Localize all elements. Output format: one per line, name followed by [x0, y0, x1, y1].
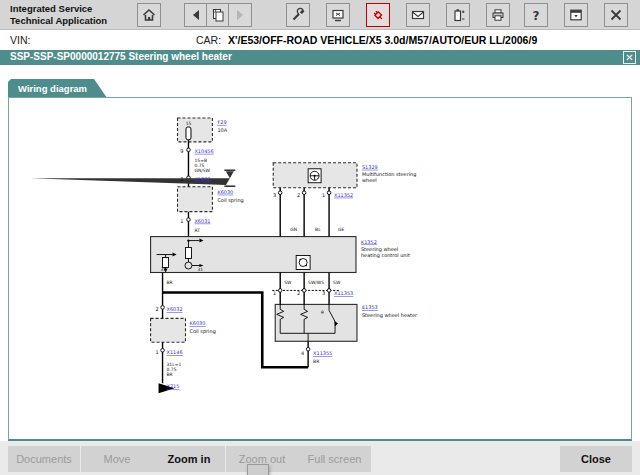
documents-footer-button[interactable]: Documents	[8, 446, 80, 472]
tester-icon	[330, 7, 346, 23]
diagram-label: SW	[284, 280, 292, 285]
diagram-label: BR	[167, 280, 173, 285]
diagram-label: 31	[197, 267, 203, 272]
diagram-label: 3	[322, 290, 325, 296]
diagram-link-x6031[interactable]: X6031	[194, 218, 210, 224]
fuse-symbol	[186, 127, 191, 142]
close-button[interactable]: Close	[560, 446, 632, 472]
diagram-label: 2	[297, 290, 300, 296]
documents-icon	[210, 7, 226, 23]
close-icon	[608, 7, 624, 23]
diagram-label: 15	[186, 121, 192, 126]
diagram-label: 1	[322, 192, 325, 198]
forward-button[interactable]	[228, 3, 252, 27]
diagram-label: RT	[194, 228, 200, 233]
diagram-label: BR	[313, 359, 319, 364]
diagram-label: 1	[273, 290, 276, 296]
diagram-link-x1882[interactable]: X1882	[194, 176, 210, 182]
help-button[interactable]: ?	[524, 3, 548, 27]
print-icon	[490, 7, 506, 23]
diagram-label: SW	[333, 280, 341, 285]
document-title: SSP-SSP-SP0000012775 Steering wheel heat…	[10, 51, 232, 62]
mail-icon	[410, 7, 426, 23]
document-titlebar: SSP-SSP-SP0000012775 Steering wheel heat…	[0, 50, 640, 65]
coil-spring-upper-box[interactable]	[178, 187, 213, 212]
diagram-label: Steering wheel heater	[362, 312, 418, 319]
diagram-link-x10456[interactable]: X10456	[194, 148, 213, 154]
mail-button[interactable]	[406, 3, 430, 27]
diagram-label: 3	[273, 192, 276, 198]
app-title: Integrated Service Technical Application	[10, 3, 107, 27]
forward-icon	[232, 7, 248, 23]
diagram-link-k6030[interactable]: K6030	[217, 189, 233, 195]
diagram-link-x6032[interactable]: X6032	[167, 306, 183, 312]
back-icon	[188, 7, 204, 23]
titlebar: Integrated Service Technical Application	[0, 0, 640, 30]
diagram-label: 2	[180, 176, 183, 182]
diagram-link-x1146[interactable]: X1146	[167, 349, 183, 355]
diagram-label: GN/SW	[194, 168, 210, 173]
back-button[interactable]	[184, 3, 208, 27]
fuse-box[interactable]	[178, 118, 213, 142]
print-button[interactable]	[486, 3, 510, 27]
diagram-link-s1329[interactable]: S1329	[362, 164, 378, 170]
tester-button[interactable]	[326, 3, 350, 27]
spacer	[0, 65, 640, 78]
diagram-label: 10A	[217, 127, 227, 133]
diagram-link-x11353[interactable]: X11353	[334, 290, 353, 296]
diagram-label: 1	[155, 349, 158, 355]
diagram-link-x11352[interactable]: X11352	[334, 192, 353, 198]
diagram-label: 1	[180, 218, 183, 224]
car-label: CAR:	[196, 34, 221, 46]
heater-box[interactable]	[275, 304, 357, 341]
minimize-button[interactable]	[564, 3, 588, 27]
diagram-label: 2	[155, 306, 158, 312]
battery-button[interactable]	[446, 3, 470, 27]
diagram-label: GE	[338, 227, 344, 232]
connector-icon	[370, 7, 386, 23]
tab-wiring-diagram[interactable]: Wiring diagram	[8, 79, 107, 98]
diagram-label: Coil spring	[189, 328, 215, 335]
diagram-label: 9	[180, 148, 183, 154]
diagram-label: 31	[161, 267, 167, 272]
control-unit-box[interactable]	[151, 237, 356, 273]
diagram-link-k1352[interactable]: K1352	[361, 239, 377, 245]
diagram-link-k6030[interactable]: K6030	[189, 320, 205, 326]
diagram-label: 4	[301, 350, 304, 356]
vehicle-bar: VIN: CAR: X'/E53/OFF-ROAD VEHICLE/X5 3.0…	[0, 30, 640, 50]
zoom-in-button[interactable]: Zoom in	[153, 446, 225, 472]
connector-button[interactable]	[366, 3, 390, 27]
documents-button[interactable]	[206, 3, 230, 27]
wiring-diagram-panel: 15F2910A9X1045615=B0.75GN/SW2X1882K6030C…	[8, 97, 632, 441]
ista-application: Integrated Service Technical Application	[0, 0, 640, 475]
help-icon: ?	[528, 7, 544, 23]
wrench-icon	[290, 7, 306, 23]
diagram-label: BR	[167, 372, 173, 377]
full-screen-button[interactable]: Full screen	[298, 446, 371, 472]
diagram-label: wheel	[362, 177, 377, 183]
document-close-button[interactable]: ✕	[623, 51, 636, 64]
cursor-tooltip-artifact	[247, 464, 269, 475]
workshop-button[interactable]	[286, 3, 310, 27]
diagram-svg[interactable]: 15F2910A9X1045615=B0.75GN/SW2X1882K6030C…	[9, 98, 631, 439]
svg-text:?: ?	[533, 9, 540, 23]
home-button[interactable]	[137, 3, 161, 27]
car-value: X'/E53/OFF-ROAD VEHICLE/X5 3.0d/M57/AUTO…	[228, 34, 537, 46]
diagram-label: 2	[297, 192, 300, 198]
home-icon	[141, 7, 157, 23]
steering-wheel-icon	[308, 169, 321, 183]
battery-icon	[450, 7, 466, 23]
diagram-link-f29[interactable]: F29	[217, 119, 226, 125]
coil-spring-lower-box[interactable]	[151, 318, 186, 342]
app-title-line1: Integrated Service	[10, 3, 107, 15]
exit-button[interactable]	[604, 3, 628, 27]
tab-row: Wiring diagram	[0, 78, 640, 97]
diagram-label: Coil spring	[217, 197, 243, 204]
diagram-link-e1353[interactable]: E1353	[362, 304, 378, 310]
diagram-label: GN	[290, 227, 297, 232]
move-button[interactable]: Move	[81, 446, 153, 472]
minimize-icon	[568, 7, 584, 23]
diagram-link-x215[interactable]: X215	[167, 383, 180, 389]
vin-label: VIN:	[10, 34, 30, 46]
diagram-link-x11355[interactable]: X11355	[313, 350, 332, 356]
